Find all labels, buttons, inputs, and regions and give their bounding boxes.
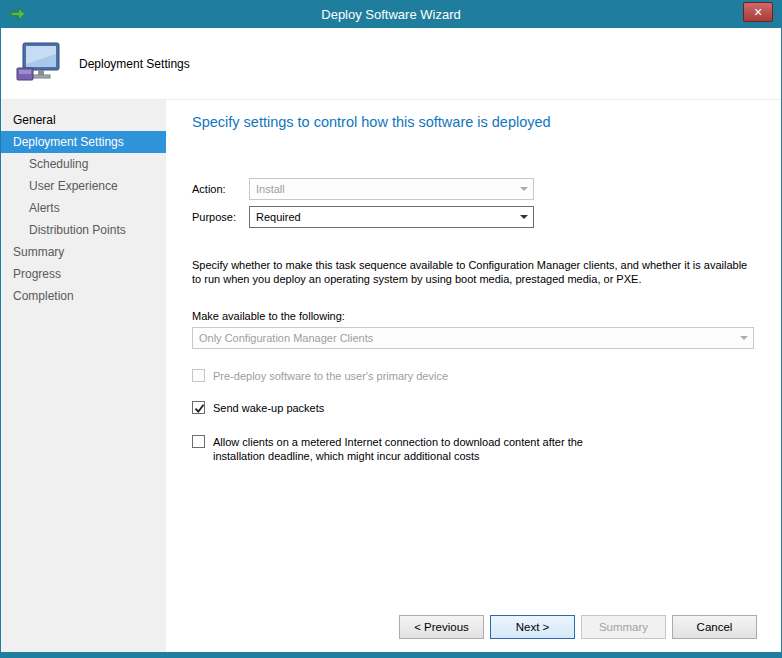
sidebar-item-user-experience[interactable]: User Experience [1, 175, 166, 197]
predeploy-checkbox-label: Pre-deploy software to the user's primar… [213, 369, 448, 383]
sidebar-item-alerts[interactable]: Alerts [1, 197, 166, 219]
action-purpose-block: Action: Install Purpose: Required [192, 178, 754, 228]
wakeup-checkbox[interactable] [192, 401, 205, 414]
action-label: Action: [192, 183, 249, 195]
purpose-dropdown[interactable]: Required [249, 206, 534, 228]
next-button[interactable]: Next > [490, 615, 575, 639]
wizard-forward-arrow-icon [9, 5, 27, 23]
deploy-software-wizard-window: Deploy Software Wizard ✕ Deployment Sett… [0, 0, 782, 658]
deploy-software-computer-icon [15, 41, 63, 87]
check-icon [193, 402, 206, 415]
content-heading: Specify settings to control how this sof… [192, 114, 754, 130]
close-button[interactable]: ✕ [743, 2, 773, 22]
wizard-body: General Deployment Settings Scheduling U… [1, 100, 781, 652]
sidebar-item-distribution-points[interactable]: Distribution Points [1, 219, 166, 241]
chevron-down-icon [514, 179, 533, 199]
purpose-value: Required [256, 211, 301, 223]
predeploy-checkbox [192, 369, 205, 382]
chevron-down-icon [514, 207, 533, 227]
wakeup-checkbox-label: Send wake-up packets [213, 401, 324, 415]
make-available-value: Only Configuration Manager Clients [199, 332, 373, 344]
sidebar-item-deployment-settings[interactable]: Deployment Settings [1, 131, 166, 153]
action-value: Install [256, 183, 285, 195]
wizard-footer: < Previous Next > Summary Cancel [399, 615, 757, 639]
page-title: Deployment Settings [79, 57, 190, 71]
sidebar-item-progress[interactable]: Progress [1, 263, 166, 285]
sidebar-item-summary[interactable]: Summary [1, 241, 166, 263]
purpose-row: Purpose: Required [192, 206, 754, 228]
sidebar-item-general[interactable]: General [1, 109, 166, 131]
action-row: Action: Install [192, 178, 754, 200]
wizard-nav-sidebar: General Deployment Settings Scheduling U… [1, 100, 166, 652]
cancel-button[interactable]: Cancel [672, 615, 757, 639]
deployment-description-text: Specify whether to make this task sequen… [192, 258, 754, 286]
sidebar-item-completion[interactable]: Completion [1, 285, 166, 307]
action-dropdown: Install [249, 178, 534, 200]
titlebar: Deploy Software Wizard ✕ [1, 0, 781, 28]
window-title: Deploy Software Wizard [321, 7, 460, 22]
purpose-label: Purpose: [192, 211, 249, 223]
wizard-page-header: Deployment Settings [1, 28, 781, 100]
close-icon: ✕ [753, 6, 762, 18]
wizard-page-content: Specify settings to control how this sof… [166, 100, 781, 652]
previous-button[interactable]: < Previous [399, 615, 484, 639]
predeploy-checkbox-row: Pre-deploy software to the user's primar… [192, 369, 754, 383]
metered-checkbox-row: Allow clients on a metered Internet conn… [192, 435, 754, 463]
summary-button: Summary [581, 615, 666, 639]
wakeup-checkbox-row: Send wake-up packets [192, 401, 754, 415]
make-available-label: Make available to the following: [192, 310, 754, 322]
metered-checkbox[interactable] [192, 435, 205, 448]
metered-checkbox-label: Allow clients on a metered Internet conn… [213, 435, 613, 463]
window-bottom-edge [1, 652, 781, 658]
sidebar-item-scheduling[interactable]: Scheduling [1, 153, 166, 175]
make-available-dropdown: Only Configuration Manager Clients [192, 327, 754, 349]
chevron-down-icon [734, 328, 753, 348]
